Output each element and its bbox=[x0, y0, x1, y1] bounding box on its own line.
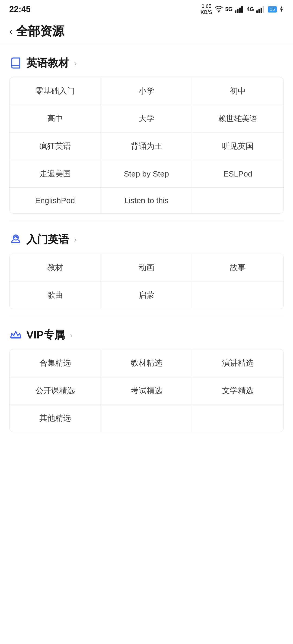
section-header-beginner-english[interactable]: 入门英语› bbox=[9, 232, 284, 247]
network-speed: 0.65KB/S bbox=[201, 3, 212, 16]
svg-rect-13 bbox=[11, 338, 21, 338]
section-arrow-vip-exclusive: › bbox=[70, 331, 73, 339]
section-title-vip-exclusive: VIP专属 bbox=[27, 328, 65, 342]
status-time: 22:45 bbox=[9, 4, 31, 14]
svg-rect-6 bbox=[258, 9, 260, 13]
grid-cell-empty bbox=[192, 282, 283, 309]
section-arrow-beginner-english: › bbox=[74, 235, 77, 244]
grid-cell-item[interactable]: 合集精选 bbox=[10, 349, 101, 377]
back-button[interactable]: ‹ bbox=[9, 26, 12, 36]
section-header-vip-exclusive[interactable]: VIP专属› bbox=[9, 328, 284, 342]
status-bar: 22:45 0.65KB/S 5G 4G 15 bbox=[0, 0, 293, 16]
grid-vip-exclusive: 合集精选教材精选演讲精选公开课精选考试精选文学精选其他精选 bbox=[9, 349, 284, 432]
signal2-icon bbox=[256, 6, 266, 13]
grid-cell-item[interactable]: 背诵为王 bbox=[101, 132, 192, 160]
section-english-textbook: 英语教材›零基础入门小学初中高中大学赖世雄美语疯狂英语背诵为王听见英国走遍美国S… bbox=[0, 44, 293, 220]
wifi-icon bbox=[215, 5, 223, 14]
section-title-english-textbook: 英语教材 bbox=[27, 56, 69, 70]
grid-cell-item[interactable]: EnglishPod bbox=[10, 188, 101, 213]
page-title: 全部资源 bbox=[16, 23, 64, 40]
grid-cell-item[interactable]: 零基础入门 bbox=[10, 77, 101, 105]
section-beginner-english: 入门英语›教材动画故事歌曲启蒙 bbox=[0, 221, 293, 316]
svg-rect-4 bbox=[241, 6, 243, 13]
5g-icon: 5G bbox=[225, 6, 233, 12]
baby-icon bbox=[9, 233, 22, 246]
grid-english-textbook: 零基础入门小学初中高中大学赖世雄美语疯狂英语背诵为王听见英国走遍美国Step b… bbox=[9, 77, 284, 214]
svg-marker-9 bbox=[280, 6, 283, 13]
grid-cell-item[interactable]: Step by Step bbox=[101, 160, 192, 188]
svg-rect-5 bbox=[256, 10, 258, 13]
grid-cell-item[interactable]: 走遍美国 bbox=[10, 160, 101, 188]
section-arrow-english-textbook: › bbox=[74, 59, 77, 68]
section-title-beginner-english: 入门英语 bbox=[27, 232, 69, 247]
grid-cell-item[interactable]: ESLPod bbox=[192, 160, 283, 188]
crown-icon bbox=[9, 328, 22, 342]
svg-rect-2 bbox=[237, 9, 238, 13]
grid-cell-item[interactable]: 文学精选 bbox=[192, 377, 283, 404]
grid-cell-item[interactable]: 故事 bbox=[192, 254, 283, 282]
svg-rect-7 bbox=[260, 8, 262, 13]
grid-cell-empty bbox=[192, 404, 283, 432]
charging-icon bbox=[279, 6, 284, 13]
svg-rect-1 bbox=[235, 10, 236, 13]
grid-cell-item[interactable]: 疯狂英语 bbox=[10, 132, 101, 160]
grid-cell-item[interactable]: 高中 bbox=[10, 105, 101, 132]
grid-cell-item[interactable]: 其他精选 bbox=[10, 404, 101, 432]
grid-cell-item[interactable]: 赖世雄美语 bbox=[192, 105, 283, 132]
svg-rect-8 bbox=[263, 6, 264, 13]
grid-cell-item[interactable]: Listen to this bbox=[101, 188, 192, 213]
grid-cell-item[interactable]: 教材精选 bbox=[101, 349, 192, 377]
page-header: ‹ 全部资源 bbox=[0, 16, 293, 44]
grid-cell-item[interactable]: 公开课精选 bbox=[10, 377, 101, 404]
grid-cell-empty bbox=[101, 404, 192, 432]
grid-cell-item[interactable]: 演讲精选 bbox=[192, 349, 283, 377]
battery-indicator: 15 bbox=[268, 6, 277, 12]
grid-cell-item[interactable]: 动画 bbox=[101, 254, 192, 282]
grid-cell-item[interactable]: 大学 bbox=[101, 105, 192, 132]
section-header-english-textbook[interactable]: 英语教材› bbox=[9, 56, 284, 70]
grid-cell-empty bbox=[192, 188, 283, 213]
grid-cell-item[interactable]: 初中 bbox=[192, 77, 283, 105]
4g-icon: 4G bbox=[247, 6, 254, 12]
grid-cell-item[interactable]: 歌曲 bbox=[10, 282, 101, 309]
grid-beginner-english: 教材动画故事歌曲启蒙 bbox=[9, 254, 284, 309]
section-vip-exclusive: VIP专属›合集精选教材精选演讲精选公开课精选考试精选文学精选其他精选 bbox=[0, 316, 293, 439]
svg-rect-3 bbox=[239, 8, 241, 13]
svg-point-0 bbox=[218, 11, 219, 12]
grid-cell-item[interactable]: 听见英国 bbox=[192, 132, 283, 160]
grid-cell-item[interactable]: 启蒙 bbox=[101, 282, 192, 309]
book-icon bbox=[9, 56, 22, 70]
grid-cell-item[interactable]: 小学 bbox=[101, 77, 192, 105]
grid-cell-item[interactable]: 考试精选 bbox=[101, 377, 192, 404]
signal-icon bbox=[235, 6, 244, 13]
grid-cell-item[interactable]: 教材 bbox=[10, 254, 101, 282]
status-icons: 0.65KB/S 5G 4G 15 bbox=[201, 3, 284, 16]
